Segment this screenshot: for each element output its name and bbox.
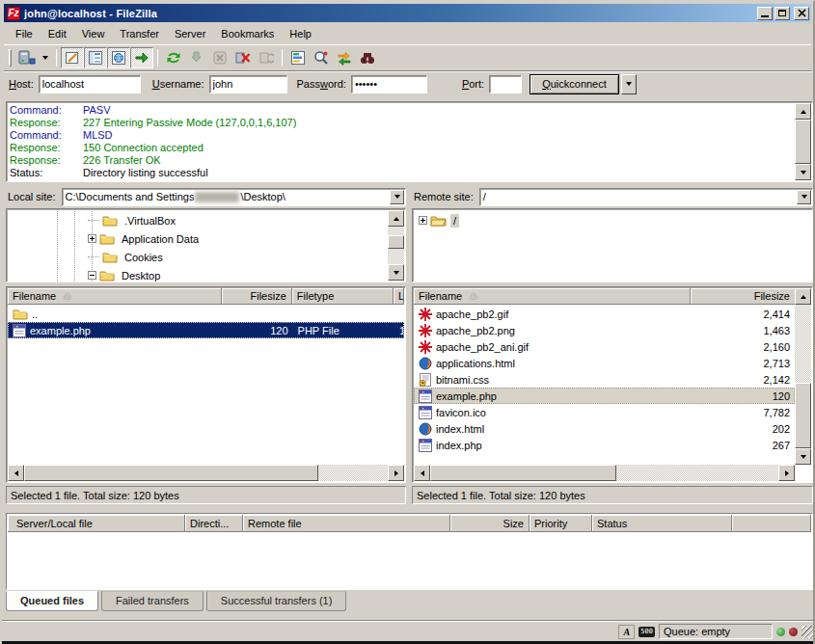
column-header-lastmodified[interactable]: L: [394, 288, 404, 305]
tab-successful-transfers[interactable]: Successful transfers (1): [206, 591, 347, 611]
local-site-dropdown-button[interactable]: [390, 190, 404, 204]
log-scrollbar[interactable]: [795, 103, 811, 180]
compare-icon: [313, 50, 329, 66]
quickconnect-dropdown-button[interactable]: [621, 74, 637, 94]
log-line-text: Directory listing successful: [83, 167, 208, 179]
column-header-filesize[interactable]: Filesize: [691, 288, 796, 305]
username-input[interactable]: [209, 75, 287, 94]
column-header-status[interactable]: Status: [592, 515, 732, 532]
host-label: Host:: [9, 78, 34, 90]
tree-item-cookies[interactable]: Cookies: [88, 248, 166, 266]
scrollbar-thumb[interactable]: [430, 465, 616, 481]
file-row-parent-dir[interactable]: ..: [8, 306, 404, 322]
minimize-button[interactable]: [757, 7, 773, 20]
open-site-manager-button[interactable]: [15, 47, 39, 68]
file-row[interactable]: apache_pb2_ani.gif 2,160: [414, 338, 795, 355]
sort-ascending-icon: [470, 293, 477, 299]
toggle-transfer-queue-button[interactable]: [130, 47, 153, 68]
toggle-local-tree-button[interactable]: [84, 47, 107, 68]
expand-plus-icon[interactable]: [88, 234, 96, 243]
collapse-minus-icon[interactable]: [88, 271, 96, 280]
tab-failed-transfers[interactable]: Failed transfers: [101, 591, 204, 611]
file-row[interactable]: applications.html 2,713: [414, 355, 795, 371]
maximize-button[interactable]: [774, 7, 790, 20]
refresh-button[interactable]: [162, 47, 185, 68]
tab-queued-files[interactable]: Queued files: [6, 591, 98, 611]
remote-list-vscrollbar[interactable]: [795, 288, 811, 465]
scroll-up-button[interactable]: [795, 103, 811, 120]
scroll-right-button[interactable]: [388, 465, 404, 481]
remote-site-dropdown-button[interactable]: [797, 190, 811, 204]
scroll-right-button[interactable]: [778, 465, 795, 481]
column-header-filetype[interactable]: Filetype: [292, 288, 394, 305]
column-header-direction[interactable]: Directi...: [185, 515, 243, 532]
scroll-left-button[interactable]: [8, 465, 24, 481]
scroll-up-button[interactable]: [795, 288, 811, 305]
file-row[interactable]: apache_pb2.gif 2,414: [414, 306, 795, 322]
column-header-server-local-file[interactable]: Server/Local file: [8, 515, 185, 532]
local-list-hscrollbar[interactable]: [8, 465, 404, 481]
scroll-down-button[interactable]: [388, 264, 404, 281]
file-row[interactable]: apache_pb2.png 1,463: [414, 322, 795, 338]
file-row-example-php[interactable]: example.php 120: [414, 388, 795, 404]
scrollbar-thumb[interactable]: [388, 235, 404, 249]
menu-file[interactable]: File: [8, 26, 41, 41]
column-header-filesize[interactable]: Filesize: [222, 288, 292, 305]
scroll-up-button[interactable]: [388, 210, 404, 227]
scrollbar-thumb[interactable]: [24, 465, 318, 481]
arrow-down-icon: [801, 171, 806, 174]
remote-site-combobox[interactable]: /: [479, 188, 813, 206]
column-header-size[interactable]: Size: [450, 515, 530, 532]
site-manager-dropdown-button[interactable]: [39, 47, 52, 68]
column-header-priority[interactable]: Priority: [530, 515, 592, 532]
scroll-left-button[interactable]: [414, 465, 430, 481]
find-files-button[interactable]: [356, 47, 379, 68]
host-input[interactable]: [39, 75, 141, 94]
file-row[interactable]: index.php 267: [414, 437, 795, 453]
menu-bookmarks[interactable]: Bookmarks: [213, 26, 282, 41]
file-row[interactable]: favicon.ico 7,782: [414, 404, 795, 420]
toggle-remote-tree-button[interactable]: [107, 47, 130, 68]
local-site-path: C:\Documents and Settings\Desktop\: [66, 191, 285, 203]
menu-edit[interactable]: Edit: [41, 26, 74, 41]
file-row[interactable]: bitnami.css 2,142: [414, 371, 795, 388]
port-input[interactable]: [489, 75, 522, 94]
quickconnect-button[interactable]: Quickconnect: [530, 74, 619, 94]
column-header-filename[interactable]: Filename: [414, 288, 691, 305]
scrollbar-thumb[interactable]: [795, 383, 811, 448]
expand-plus-icon[interactable]: [419, 216, 427, 225]
local-site-combobox[interactable]: C:\Documents and Settings\Desktop\: [62, 188, 406, 206]
menu-server[interactable]: Server: [167, 26, 213, 41]
column-header-filename[interactable]: Filename: [8, 288, 222, 305]
synchronized-browsing-button[interactable]: [333, 47, 356, 68]
log-line-label: Command:: [10, 104, 83, 117]
scroll-down-button[interactable]: [795, 448, 811, 465]
menu-help[interactable]: Help: [282, 26, 319, 41]
compare-directories-button[interactable]: [310, 47, 333, 68]
close-button[interactable]: [794, 7, 809, 20]
arrow-up-icon: [801, 110, 806, 114]
remote-list-hscrollbar[interactable]: [414, 465, 795, 481]
toggle-message-log-button[interactable]: [61, 47, 84, 68]
remote-site-row: Remote site: /: [412, 187, 813, 206]
tree-item-desktop[interactable]: Desktop: [88, 266, 163, 282]
log-line-text: 226 Transfer OK: [83, 154, 161, 167]
tree-item-virtualbox[interactable]: .VirtualBox: [88, 211, 178, 229]
menu-transfer[interactable]: Transfer: [112, 26, 167, 41]
log-line-text: MLSD: [83, 129, 113, 142]
file-row-example-php[interactable]: example.php 120 PHP File 1: [8, 322, 404, 338]
folder-icon: [99, 232, 115, 245]
directory-filters-button[interactable]: [286, 47, 310, 68]
column-header-remote-file[interactable]: Remote file: [243, 515, 450, 532]
password-input[interactable]: [351, 75, 427, 94]
file-row[interactable]: index.html 202: [414, 420, 795, 437]
tree-item-application-data[interactable]: Application Data: [88, 229, 202, 248]
disconnect-button[interactable]: [231, 47, 255, 68]
scroll-down-button[interactable]: [795, 164, 811, 180]
scrollbar-thumb[interactable]: [795, 120, 811, 164]
local-tree-scrollbar[interactable]: [388, 210, 404, 281]
tree-item-root[interactable]: /: [419, 211, 459, 229]
menu-view[interactable]: View: [74, 26, 113, 41]
remote-tree-icon: [111, 50, 126, 66]
resize-grip[interactable]: [801, 626, 814, 638]
